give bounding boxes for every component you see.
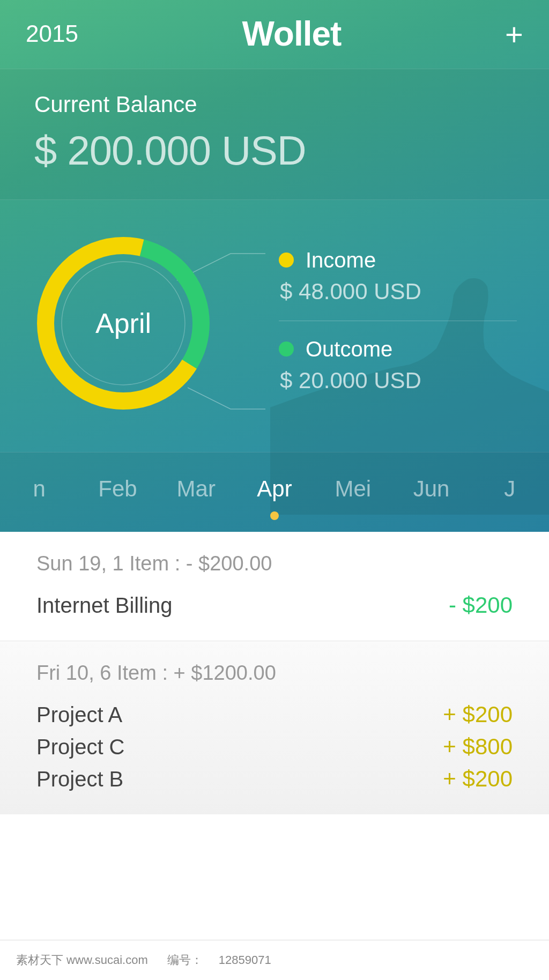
income-dot-icon bbox=[279, 253, 294, 268]
transaction-row[interactable]: Project B+ $200 bbox=[36, 763, 513, 795]
month-tab-mar[interactable]: Mar bbox=[157, 476, 235, 502]
footer-id-label: 编号： bbox=[167, 953, 203, 967]
income-value: $ 48.000 USD bbox=[279, 279, 517, 305]
year-selector[interactable]: 2015 bbox=[26, 20, 78, 47]
legend-outcome[interactable]: Outcome $ 20.000 USD bbox=[279, 326, 517, 410]
legend-income[interactable]: Income $ 48.000 USD bbox=[279, 237, 517, 321]
transaction-name: Project C bbox=[36, 735, 125, 759]
transaction-row[interactable]: Project C+ $800 bbox=[36, 731, 513, 763]
transaction-name: Project A bbox=[36, 703, 122, 727]
month-tab-feb[interactable]: Feb bbox=[78, 476, 157, 502]
donut-chart[interactable]: April bbox=[32, 232, 214, 414]
transaction-row[interactable]: Internet Billing- $200 bbox=[36, 589, 513, 621]
month-tab-n[interactable]: n bbox=[0, 476, 78, 502]
transaction-list: Sun 19, 1 Item : - $200.00Internet Billi… bbox=[0, 532, 549, 940]
transaction-name: Project B bbox=[36, 767, 123, 791]
income-label: Income bbox=[306, 248, 376, 272]
outcome-dot-icon bbox=[279, 341, 294, 357]
transaction-row[interactable]: Project A+ $200 bbox=[36, 699, 513, 731]
balance-label: Current Balance bbox=[34, 92, 515, 117]
transaction-name: Internet Billing bbox=[36, 593, 172, 618]
transaction-summary: Sun 19, 1 Item : - $200.00 bbox=[36, 552, 513, 575]
balance-card: Current Balance $ 200.000 USD bbox=[0, 69, 549, 200]
footer-id: 12859071 bbox=[219, 953, 271, 967]
donut-month-label: April bbox=[95, 307, 151, 339]
transaction-amount: + $200 bbox=[443, 702, 513, 727]
month-tab-jun[interactable]: Jun bbox=[392, 476, 470, 502]
add-button[interactable]: + bbox=[505, 16, 523, 52]
month-selector: nFebMarAprMeiJunJ bbox=[0, 452, 549, 532]
plus-icon: + bbox=[505, 17, 523, 51]
outcome-label: Outcome bbox=[306, 337, 392, 361]
transaction-summary: Fri 10, 6 Item : + $1200.00 bbox=[36, 662, 513, 685]
month-tab-mei[interactable]: Mei bbox=[314, 476, 392, 502]
transaction-amount: + $800 bbox=[443, 734, 513, 760]
month-tab-apr[interactable]: Apr bbox=[235, 476, 314, 502]
footer-site: 素材天下 www.sucai.com bbox=[16, 953, 148, 967]
app-title: Wollet bbox=[242, 14, 342, 54]
transaction-amount: + $200 bbox=[443, 766, 513, 792]
transaction-group: Fri 10, 6 Item : + $1200.00Project A+ $2… bbox=[0, 641, 549, 814]
balance-value: $ 200.000 USD bbox=[34, 127, 515, 174]
outcome-value: $ 20.000 USD bbox=[279, 368, 517, 394]
footer-meta: 素材天下 www.sucai.com 编号：12859071 bbox=[0, 940, 549, 980]
transaction-group: Sun 19, 1 Item : - $200.00Internet Billi… bbox=[0, 532, 549, 641]
transaction-amount: - $200 bbox=[449, 592, 513, 618]
month-tab-j[interactable]: J bbox=[471, 476, 549, 502]
